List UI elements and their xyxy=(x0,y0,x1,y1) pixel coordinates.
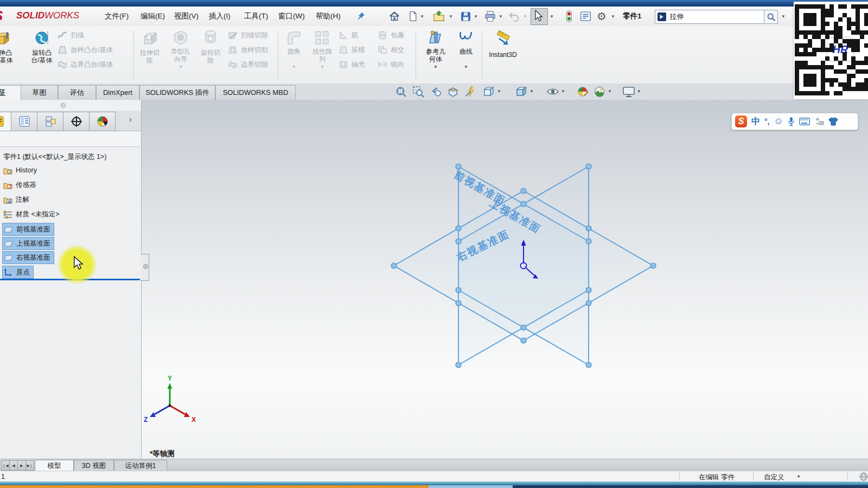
menu-tools[interactable]: 工具(T) xyxy=(244,11,268,21)
menu-window[interactable]: 窗口(W) xyxy=(278,11,305,21)
tab-sketch[interactable]: 草图 xyxy=(21,85,58,100)
ime-microphone-icon[interactable] xyxy=(788,117,795,126)
save-button[interactable] xyxy=(458,9,473,23)
view-orientation-icon[interactable] xyxy=(482,85,496,99)
ime-logo-icon[interactable]: S xyxy=(735,115,747,127)
ime-keyboard-icon[interactable] xyxy=(799,118,810,125)
tab-scroll-first-button[interactable]: ❘◀ xyxy=(1,460,10,471)
home-button[interactable] xyxy=(387,9,401,23)
view-settings-dropdown[interactable]: ▼ xyxy=(637,89,641,94)
undo-button[interactable] xyxy=(507,9,521,23)
tab-evaluate[interactable]: 评估 xyxy=(58,85,96,100)
status-globe-icon[interactable] xyxy=(859,472,868,481)
revolve-boss-button[interactable]: 旋转凸台/基体 xyxy=(25,28,59,81)
tab-scroll-next-button[interactable]: ▶ xyxy=(17,460,26,471)
revolve-cut-button[interactable]: 旋转切除 xyxy=(195,28,226,81)
fillet-button[interactable]: 圆角 ▼ xyxy=(282,28,306,81)
select-dropdown-arrow[interactable]: ▼ xyxy=(550,15,554,19)
new-document-button[interactable] xyxy=(406,9,420,23)
tab-dimxpert[interactable]: DimXpert xyxy=(96,85,139,100)
sweep-button[interactable]: 扫描 xyxy=(58,30,113,40)
curves-button[interactable]: 曲线 ▼ xyxy=(454,28,478,81)
sketch-tools-icon[interactable] xyxy=(463,85,477,99)
boundary-boss-button[interactable]: 边界凸台/基体 xyxy=(58,60,113,69)
sweep-cut-button[interactable]: 扫描切除 xyxy=(228,30,268,40)
hole-wizard-dropdown[interactable]: ▼ xyxy=(178,65,183,69)
draft-button[interactable]: 拔模 xyxy=(339,45,365,55)
mirror-button[interactable]: 镜向 xyxy=(378,60,404,69)
apply-scene-icon[interactable] xyxy=(592,85,607,99)
select-tool-button[interactable] xyxy=(531,8,548,25)
extrude-cut-button[interactable]: 拉伸切除 xyxy=(135,28,165,81)
tree-item-origin[interactable]: 原点 xyxy=(2,266,34,279)
search-input[interactable]: 拉伸 xyxy=(655,10,767,24)
wrap-button[interactable]: 包裹 xyxy=(378,30,404,40)
tab-dimxpertmanager[interactable] xyxy=(63,112,90,131)
tab-featuremanager[interactable] xyxy=(0,112,11,131)
panel-expand-arrow[interactable]: › xyxy=(129,115,132,124)
hide-show-dropdown[interactable]: ▼ xyxy=(561,89,565,94)
extrude-boss-button[interactable]: 拉伸凸台/基体 xyxy=(0,28,24,81)
intersect-button[interactable]: 相交 xyxy=(378,45,404,55)
tree-item-history[interactable]: History xyxy=(2,164,40,176)
tab-3d-views[interactable]: 3D 视图 xyxy=(74,460,114,471)
task-pane-icon[interactable] xyxy=(578,9,592,23)
tab-addins[interactable]: SOLIDWORKS 插件 xyxy=(139,85,215,100)
boundary-cut-button[interactable]: 边界切除 xyxy=(228,60,268,69)
previous-view-icon[interactable] xyxy=(429,85,443,99)
tree-item-front-plane[interactable]: 前视基准面 xyxy=(2,223,54,236)
edit-appearance-icon[interactable] xyxy=(576,85,590,99)
section-view-icon[interactable] xyxy=(446,85,460,99)
ime-skin-shirt-icon[interactable] xyxy=(828,117,838,126)
print-button[interactable] xyxy=(483,9,497,23)
rib-button[interactable]: 筋 xyxy=(339,30,365,40)
new-dropdown-arrow[interactable]: ▼ xyxy=(420,15,424,19)
menu-file[interactable]: 文件(F) xyxy=(105,11,129,21)
pattern-dropdown[interactable]: ▼ xyxy=(320,65,324,69)
ime-toolbar[interactable]: S 中 °, ☺ 10 xyxy=(731,113,858,130)
search-magnifier-icon[interactable] xyxy=(764,10,778,24)
tab-configurationmanager[interactable] xyxy=(37,112,63,131)
tree-item-material[interactable]: 材质 <未指定> xyxy=(2,208,63,220)
taskbar-sliver[interactable] xyxy=(0,485,868,488)
traffic-light-icon[interactable] xyxy=(562,9,576,23)
open-dropdown-arrow[interactable]: ▼ xyxy=(449,15,453,19)
shell-button[interactable]: 抽壳 xyxy=(339,60,365,69)
tree-item-annotations[interactable]: A 注解 xyxy=(2,194,33,206)
tab-propertymanager[interactable] xyxy=(11,112,37,131)
options-gear-icon[interactable]: ⚙ xyxy=(595,9,609,23)
fillet-dropdown[interactable]: ▼ xyxy=(292,65,296,69)
tab-mbd[interactable]: SOLIDWORKS MBD xyxy=(215,85,296,100)
tree-root-part[interactable]: 零件1 (默认<<默认>_显示状态 1>) xyxy=(2,151,110,163)
ime-emoji-icon[interactable]: ☺ xyxy=(774,116,783,127)
reference-geometry-dropdown[interactable]: ▼ xyxy=(433,65,438,69)
menu-insert[interactable]: 插入(I) xyxy=(209,11,231,21)
print-dropdown-arrow[interactable]: ▼ xyxy=(499,15,503,19)
linear-pattern-button[interactable]: 线性阵列 ▼ xyxy=(308,28,336,81)
apply-scene-dropdown[interactable]: ▼ xyxy=(608,89,612,94)
tab-model[interactable]: 模型 xyxy=(35,460,74,471)
loft-cut-button[interactable]: 放样切割 xyxy=(228,45,268,55)
status-custom-text[interactable]: 自定义 xyxy=(764,473,784,482)
zoom-fit-icon[interactable] xyxy=(394,85,408,99)
ime-language-mode[interactable]: 中 xyxy=(751,116,760,127)
tab-motion-study[interactable]: 运动算例1 xyxy=(114,460,167,471)
instant3d-button[interactable]: Instant3D xyxy=(485,28,521,81)
search-dropdown-arrow[interactable]: ▼ xyxy=(781,15,786,19)
view-orientation-dropdown[interactable]: ▼ xyxy=(497,89,501,94)
ime-toolbox-icon[interactable]: 10 xyxy=(814,117,824,126)
view-settings-icon[interactable] xyxy=(622,85,636,99)
panel-splitter-dot-top[interactable] xyxy=(61,103,66,108)
menu-edit[interactable]: 编辑(E) xyxy=(141,11,165,21)
hide-show-eye-icon[interactable] xyxy=(546,85,560,99)
options-dropdown-arrow[interactable]: ▼ xyxy=(611,15,615,19)
hole-wizard-button[interactable]: 异型孔向导 ▼ xyxy=(166,28,195,81)
tab-scroll-prev-button[interactable]: ◀ xyxy=(9,460,18,471)
reference-geometry-button[interactable]: 参考几何体 ▼ xyxy=(420,28,451,81)
menu-view[interactable]: 视图(V) xyxy=(174,11,199,21)
tree-item-top-plane[interactable]: 上视基准面 xyxy=(2,237,54,250)
status-custom-arrow[interactable]: ▲ xyxy=(796,473,801,478)
tree-item-right-plane[interactable]: 右视基准面 xyxy=(2,251,54,264)
tree-item-sensors[interactable]: 传感器 xyxy=(2,179,40,191)
loft-button[interactable]: 放样凸台/基体 xyxy=(58,45,113,55)
